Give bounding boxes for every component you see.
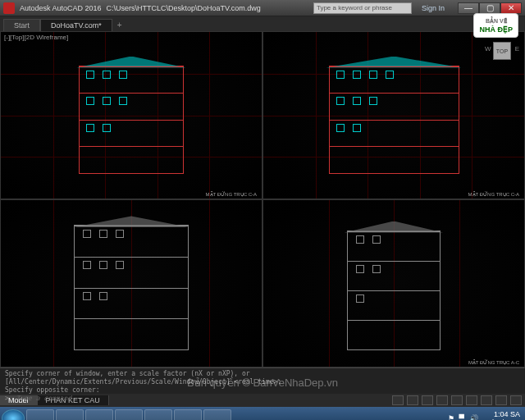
taskbar-item-app[interactable] <box>174 409 202 420</box>
drawing-caption: MẶT ĐỨNG TRỤC A-C <box>468 359 519 365</box>
close-button[interactable]: ✕ <box>500 2 522 14</box>
viewport-grid: [-][Top][2D Wireframe] MẶT ĐỨNG TRỤC C-A… <box>0 31 525 368</box>
maximize-button[interactable]: ▢ <box>479 2 500 14</box>
drawing-caption: MẶT ĐỨNG TRỤC C-A <box>206 191 257 197</box>
clock-time[interactable]: 1:04 SA <box>483 410 520 418</box>
viewcube-east[interactable]: E <box>515 45 519 52</box>
taskbar-item-autocad[interactable] <box>115 409 143 420</box>
windows-taskbar: ⚑ ▀ 🔊 1:04 SA 01/08/2016 <box>0 407 525 420</box>
file-tab-bar: Start DoHoaTV.com* + <box>0 16 525 31</box>
tray-network-icon[interactable]: ▀ <box>459 414 464 420</box>
help-search-input[interactable]: Type a keyword or phrase <box>313 2 412 14</box>
taskbar-item-explorer[interactable] <box>26 409 54 420</box>
command-history-line: Specify opposite corner: <box>5 386 520 395</box>
viewcube-west[interactable]: W <box>485 45 491 52</box>
taskbar-item-browser[interactable] <box>56 409 84 420</box>
sign-in-link[interactable]: Sign In <box>417 4 450 12</box>
viewport-top-left[interactable]: [-][Top][2D Wireframe] MẶT ĐỨNG TRỤC C-A <box>0 31 262 199</box>
taskbar-item-app[interactable] <box>203 409 231 420</box>
viewport-label[interactable]: [-][Top][2D Wireframe] <box>4 34 68 41</box>
start-orb-icon[interactable] <box>2 409 25 420</box>
tab-start[interactable]: Start <box>3 19 40 31</box>
command-input[interactable]: Type a command <box>16 395 71 403</box>
system-tray[interactable]: ⚑ ▀ 🔊 1:04 SA 01/08/2016 <box>448 410 523 420</box>
minimize-button[interactable]: — <box>458 2 479 14</box>
brand-logo-overlay: BẢN VẼ NHÀ ĐẸP <box>473 13 518 38</box>
view-cube[interactable]: W TOP E <box>488 37 516 65</box>
autocad-logo-icon <box>3 2 15 14</box>
viewport-bottom-right[interactable]: MẶT ĐỨNG TRỤC A-C <box>262 199 525 368</box>
command-history-line: [All/Center/Dynamic/Extents/Previous/Sca… <box>5 378 520 386</box>
new-tab-button[interactable]: + <box>112 19 127 31</box>
viewport-bottom-left[interactable] <box>0 199 262 368</box>
taskbar-item-folder[interactable] <box>144 409 172 420</box>
command-history-line: Specify corner of window, enter a scale … <box>5 370 520 378</box>
window-controls: — ▢ ✕ <box>458 2 522 14</box>
viewcube-top-face[interactable]: TOP <box>494 43 510 59</box>
viewport-top-right[interactable]: W TOP E MẶT ĐỨNG TRỤC C-A <box>262 31 525 199</box>
file-path: C:\Users\HTTCLC\Desktop\DoHoaTV.com.dwg <box>107 4 261 12</box>
command-line-panel[interactable]: Specify corner of window, enter a scale … <box>0 368 525 394</box>
taskbar-item-media[interactable] <box>85 409 113 420</box>
title-bar: Autodesk AutoCAD 2016 C:\Users\HTTCLC\De… <box>0 0 525 16</box>
drawing-caption: MẶT ĐỨNG TRỤC C-A <box>468 191 519 197</box>
tray-volume-icon[interactable]: 🔊 <box>469 414 478 420</box>
app-name: Autodesk AutoCAD 2016 <box>20 4 102 12</box>
command-prompt-icon: >_ <box>5 395 13 403</box>
tray-flag-icon[interactable]: ⚑ <box>448 414 454 420</box>
tab-drawing[interactable]: DoHoaTV.com* <box>40 19 112 31</box>
